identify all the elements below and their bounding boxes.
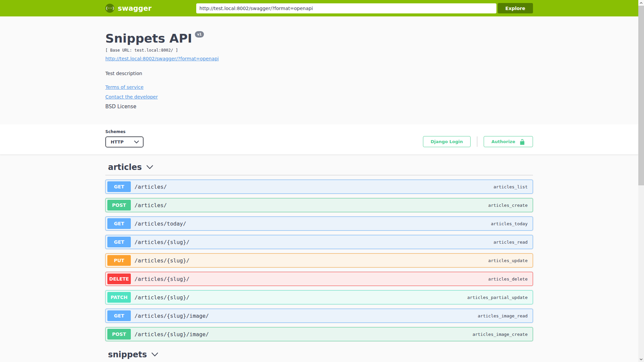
tag-name: articles [108, 163, 142, 172]
method-badge: DELETE [107, 274, 131, 284]
auth-wrapper: Django Login Authorize [423, 136, 533, 147]
operation-path: /articles/{slug}/ [135, 239, 190, 245]
spec-link[interactable]: http://test.local:8002/swagger/?format=o… [105, 56, 219, 61]
chevron-down-icon [134, 140, 139, 143]
operation-row[interactable]: DELETE /articles/{slug}/ articles_delete [105, 272, 533, 286]
chevron-up-icon [640, 2, 643, 4]
method-badge: POST [107, 329, 131, 340]
method-badge: POST [107, 200, 131, 210]
scroll-down-button[interactable] [638, 356, 644, 362]
operation-row[interactable]: GET /articles/ articles_list [105, 180, 533, 194]
terms-of-service-link[interactable]: Terms of service [105, 84, 144, 90]
operation-path: /articles/{slug}/ [135, 294, 190, 301]
method-badge: GET [107, 218, 131, 229]
operation-path: /articles/{slug}/image/ [135, 331, 209, 338]
explore-button[interactable]: Explore [498, 3, 533, 13]
api-description: Test description [105, 71, 533, 76]
operation-row[interactable]: GET /articles/today/ articles_today [105, 217, 533, 231]
tag-header-articles[interactable]: articles [105, 163, 533, 172]
operation-row[interactable]: PUT /articles/{slug}/ articles_update [105, 253, 533, 267]
method-badge: GET [107, 310, 131, 321]
operation-row[interactable]: GET /articles/{slug}/ articles_read [105, 235, 533, 249]
method-badge: PATCH [107, 292, 131, 303]
swagger-logo-icon: {···} [105, 4, 114, 13]
operation-path: /articles/ [135, 184, 167, 190]
api-info: Snippets APIv1 [ Base URL: test.local:80… [105, 16, 533, 124]
tag-name: snippets [108, 350, 147, 359]
operation-id: articles_image_create [473, 332, 528, 337]
auth-divider [477, 136, 477, 147]
method-badge: PUT [107, 255, 131, 266]
scheme-container: Schemes HTTP Django Login Authorize [0, 124, 638, 155]
brand-wordmark: swagger [118, 4, 152, 12]
operation-row[interactable]: POST /articles/{slug}/image/ articles_im… [105, 327, 533, 341]
operation-path: /articles/{slug}/ [135, 257, 190, 264]
swagger-page: {···} swagger Explore Snippets APIv1 [ B… [0, 0, 638, 362]
operation-id: articles_today [491, 221, 528, 226]
method-badge: GET [107, 181, 131, 192]
vertical-scrollbar[interactable] [638, 0, 644, 362]
operation-id: articles_create [488, 203, 528, 208]
schemes-label: Schemes [105, 129, 144, 134]
scrollbar-thumb[interactable] [638, 6, 644, 185]
license-text: BSD License [105, 104, 533, 110]
operation-id: articles_image_read [478, 313, 528, 318]
swagger-logo-link[interactable]: {···} swagger [105, 4, 152, 13]
page-title: Snippets APIv1 [105, 32, 533, 45]
django-login-button[interactable]: Django Login [423, 136, 471, 147]
tag-header-snippets[interactable]: snippets [105, 350, 533, 359]
schemes-selected-value: HTTP [111, 139, 123, 144]
unlocked-padlock-icon [519, 139, 525, 145]
operation-path: /articles/{slug}/ [135, 276, 190, 282]
operation-row[interactable]: GET /articles/{slug}/image/ articles_ima… [105, 309, 533, 323]
chevron-down-icon [146, 165, 153, 170]
schemes-select[interactable]: HTTP [105, 136, 144, 147]
chevron-down-icon [640, 358, 643, 360]
operation-row[interactable]: PATCH /articles/{slug}/ articles_partial… [105, 290, 533, 304]
spec-url-input[interactable] [196, 3, 496, 13]
operation-id: articles_list [493, 184, 528, 189]
scroll-up-button[interactable] [638, 0, 644, 6]
operation-id: articles_update [488, 258, 528, 263]
operation-row[interactable]: POST /articles/ articles_create [105, 198, 533, 212]
topbar: {···} swagger Explore [0, 0, 638, 16]
operation-path: /articles/ [135, 202, 167, 208]
operation-path: /articles/{slug}/image/ [135, 313, 209, 319]
operation-path: /articles/today/ [135, 221, 186, 227]
chevron-down-icon [151, 352, 158, 357]
operation-id: articles_partial_update [467, 295, 528, 300]
authorize-button[interactable]: Authorize [484, 136, 533, 147]
operation-id: articles_delete [488, 277, 528, 282]
base-url: [ Base URL: test.local:8002/ ] [105, 48, 533, 53]
contact-developer-link[interactable]: Contact the developer [105, 94, 158, 100]
version-badge: v1 [195, 31, 204, 38]
operation-id: articles_read [493, 240, 528, 245]
method-badge: GET [107, 237, 131, 247]
